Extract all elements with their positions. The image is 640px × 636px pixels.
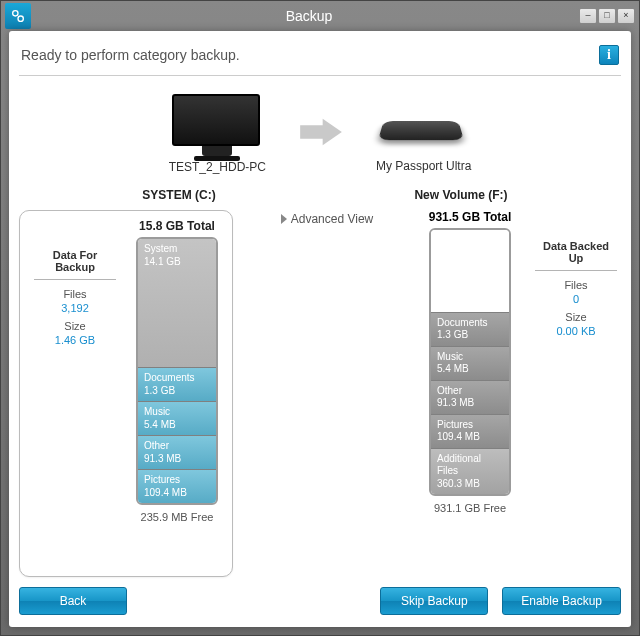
source-volume-label: SYSTEM (C:): [79, 188, 279, 202]
arrow-icon: [296, 114, 346, 154]
dest-device: My Passport Ultra: [376, 95, 471, 173]
minimize-button[interactable]: –: [579, 8, 597, 24]
size-label: Size: [30, 320, 120, 332]
dest-bar-column: 931.5 GB Total Documents 1.3 GB Music 5.…: [415, 210, 525, 577]
source-storage-bar: System 14.1 GB Documents 1.3 GB Music 5.…: [136, 237, 218, 505]
back-button[interactable]: Back: [19, 587, 127, 615]
devices-row: TEST_2_HDD-PC My Passport Ultra: [19, 76, 621, 182]
backed-size-value: 0.00 KB: [531, 325, 621, 337]
dest-seg-other: Other 91.3 MB: [431, 380, 509, 414]
status-row: Ready to perform category backup. i: [19, 41, 621, 76]
source-bar-column: 15.8 GB Total System 14.1 GB Documents 1…: [132, 219, 222, 570]
status-text: Ready to perform category backup.: [21, 47, 240, 63]
backed-files-label: Files: [531, 279, 621, 291]
window-controls: – □ ×: [579, 8, 635, 24]
info-button[interactable]: i: [599, 45, 619, 65]
chevron-right-icon: [281, 214, 287, 224]
enable-backup-button[interactable]: Enable Backup: [502, 587, 621, 615]
dest-volume-label: New Volume (F:): [361, 188, 561, 202]
titlebar: Backup – □ ×: [1, 1, 639, 31]
dest-seg-documents: Documents 1.3 GB: [431, 312, 509, 346]
dest-storage-bar: Documents 1.3 GB Music 5.4 MB Other 91.3…: [429, 228, 511, 496]
source-card: Data For Backup Files 3,192 Size 1.46 GB…: [19, 210, 233, 577]
data-for-backup-stats: Data For Backup Files 3,192 Size 1.46 GB: [30, 219, 120, 570]
content-area: Ready to perform category backup. i TEST…: [9, 31, 631, 627]
advanced-view-label: Advanced View: [291, 212, 374, 226]
seg-empty: [431, 230, 509, 312]
volumes-row: SYSTEM (C:) New Volume (F:): [19, 182, 621, 206]
seg-system: System 14.1 GB: [138, 239, 216, 367]
files-label: Files: [30, 288, 120, 300]
window-title: Backup: [39, 8, 579, 24]
files-value: 3,192: [30, 302, 120, 314]
footer-buttons: Back Skip Backup Enable Backup: [19, 577, 621, 615]
skip-backup-button[interactable]: Skip Backup: [380, 587, 488, 615]
dest-total: 931.5 GB Total: [429, 210, 511, 224]
svg-point-0: [13, 11, 18, 16]
gears-icon: [10, 8, 26, 24]
size-value: 1.46 GB: [30, 334, 120, 346]
source-device-label: TEST_2_HDD-PC: [169, 160, 266, 174]
seg-documents[interactable]: Documents 1.3 GB: [138, 367, 216, 401]
app-window: Backup – □ × Ready to perform category b…: [0, 0, 640, 636]
dest-free: 931.1 GB Free: [434, 502, 506, 514]
backed-files-value: 0: [531, 293, 621, 305]
seg-other[interactable]: Other 91.3 MB: [138, 435, 216, 469]
svg-point-1: [18, 16, 23, 21]
advanced-view-toggle[interactable]: Advanced View: [281, 212, 374, 226]
data-backed-up-stats: Data Backed Up Files 0 Size 0.00 KB: [531, 210, 621, 577]
source-free: 235.9 MB Free: [141, 511, 214, 523]
maximize-button[interactable]: □: [598, 8, 616, 24]
center-column: Advanced View: [239, 210, 415, 577]
app-icon: [5, 3, 31, 29]
backed-size-label: Size: [531, 311, 621, 323]
source-device: TEST_2_HDD-PC: [169, 94, 266, 174]
data-backed-up-head: Data Backed Up: [535, 240, 617, 271]
seg-music[interactable]: Music 5.4 MB: [138, 401, 216, 435]
drive-icon: [376, 113, 466, 153]
dest-seg-pictures: Pictures 109.4 MB: [431, 414, 509, 448]
monitor-icon: [172, 94, 262, 154]
dest-device-label: My Passport Ultra: [376, 159, 471, 173]
dest-seg-additional: Additional Files 360.3 MB: [431, 448, 509, 495]
data-for-backup-head: Data For Backup: [34, 249, 116, 280]
close-button[interactable]: ×: [617, 8, 635, 24]
main-area: Data For Backup Files 3,192 Size 1.46 GB…: [19, 206, 621, 577]
source-total: 15.8 GB Total: [139, 219, 215, 233]
seg-pictures[interactable]: Pictures 109.4 MB: [138, 469, 216, 503]
dest-seg-music: Music 5.4 MB: [431, 346, 509, 380]
